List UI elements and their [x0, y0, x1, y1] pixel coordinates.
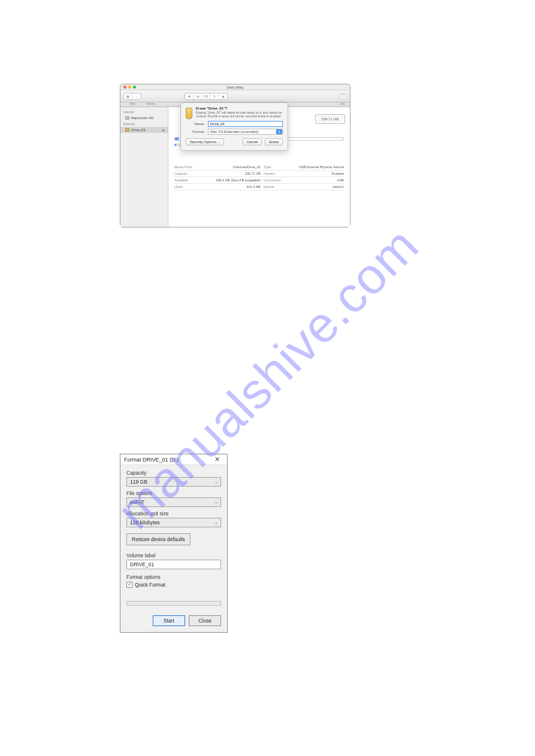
toolbar-label-view: View	[123, 102, 141, 105]
allocation-dropdown[interactable]: 128 kilobytes ⌄	[126, 518, 221, 527]
sidebar-internal-header: Internal	[120, 109, 168, 115]
partition-button[interactable]: ◔	[194, 93, 202, 99]
sidebar: Internal Macintosh HD External Drive_01 …	[120, 107, 168, 227]
window-title: Disk Utility	[120, 86, 350, 89]
erase-sheet-dialog: Erase "Drive_01"? Erasing "Drive_01" wil…	[180, 102, 288, 151]
win-dialog-title: Format DRIVE_01 (D:)	[124, 457, 179, 463]
mac-titlebar: Disk Utility	[120, 84, 350, 90]
win-titlebar: Format DRIVE_01 (D:) ✕	[120, 454, 227, 465]
toolbar-label-volume: Volume	[141, 102, 159, 105]
unmount-button[interactable]: ⏏	[219, 93, 227, 99]
name-label: Name:	[186, 122, 205, 126]
type-value: USB External Physical Volume	[294, 165, 344, 169]
device-label: Device:	[264, 185, 294, 189]
name-input[interactable]	[208, 121, 283, 127]
volume-label-input[interactable]: DRIVE_01	[126, 560, 221, 569]
connection-label: Connection:	[264, 178, 294, 182]
owners-value: Enabled	[294, 172, 344, 175]
chevron-updown-icon: ⇅	[276, 129, 282, 134]
volume-info-table: Mount Point: /Volumes/Drive_01 Type: USB…	[174, 164, 344, 190]
format-label: Format:	[186, 130, 205, 133]
filesystem-dropdown-value: exFAT	[130, 499, 144, 505]
start-button[interactable]: Start	[153, 615, 185, 626]
sidebar-item-macintosh-hd[interactable]: Macintosh HD	[120, 115, 168, 121]
capacity-label: Capacity:	[126, 470, 221, 476]
toolbar-label-info: Info	[338, 102, 347, 105]
windows-format-dialog: Format DRIVE_01 (D:) ✕ Capacity: 119 GB …	[120, 454, 228, 633]
quick-format-label: Quick Format	[135, 582, 165, 588]
device-value: disk2s1	[294, 185, 344, 189]
format-options-label: Format options	[126, 574, 221, 580]
chevron-down-icon: ⌄	[214, 479, 218, 484]
info-button[interactable]: ⓘ	[340, 93, 347, 99]
format-select-value: Mac OS Extended (Journaled)	[210, 130, 259, 133]
erase-button[interactable]: ⌫	[202, 93, 210, 99]
allocation-dropdown-value: 128 kilobytes	[130, 520, 160, 526]
security-options-button[interactable]: Security Options…	[186, 138, 224, 145]
capacity-dropdown[interactable]: 119 GB ⌄	[126, 477, 221, 487]
volume-label-label: Volume label	[126, 552, 221, 558]
sidebar-item-drive01[interactable]: Drive_01 ⏏	[120, 127, 168, 133]
type-label: Type:	[264, 165, 294, 169]
action-segment: ✚ ◔ ⌫ ↻ ⏏	[185, 93, 228, 100]
capacity-value: 239.71 GB	[210, 172, 264, 175]
erase-confirm-button[interactable]: Erase	[265, 138, 283, 145]
external-disk-icon	[125, 128, 129, 132]
view-icon[interactable]: ▦	[124, 93, 132, 99]
sheet-title: Erase "Drive_01"?	[196, 107, 283, 110]
format-progress-bar	[126, 601, 221, 606]
format-select[interactable]: Mac OS Extended (Journaled) ⇅	[208, 129, 283, 135]
sidebar-item-label: Drive_01	[131, 128, 146, 132]
close-icon[interactable]: ✕	[211, 456, 223, 463]
capacity-dropdown-value: 119 GB	[130, 479, 147, 485]
sheet-description: Erasing "Drive_01" will delete all data …	[196, 111, 283, 118]
view-segment[interactable]: ▦ ⌄	[123, 93, 141, 100]
view-dropdown-icon[interactable]: ⌄	[132, 93, 141, 99]
available-label: Available:	[174, 178, 210, 182]
mac-toolbar: ▦ ⌄ ✚ ◔ ⌫ ↻ ⏏ ⓘ	[120, 90, 350, 102]
sidebar-item-label: Macintosh HD	[131, 116, 154, 120]
chevron-down-icon: ⌄	[214, 520, 218, 525]
drive-icon	[186, 108, 192, 119]
restore-defaults-button[interactable]: Restore device defaults	[126, 533, 191, 545]
volume-label-value: DRIVE_01	[130, 561, 154, 567]
eject-icon[interactable]: ⏏	[162, 128, 165, 132]
internal-disk-icon	[125, 116, 129, 120]
sidebar-external-header: External	[120, 121, 168, 127]
filesystem-label: File system	[126, 490, 221, 496]
close-button[interactable]: Close	[189, 615, 221, 626]
disk-utility-window: Disk Utility ▦ ⌄ ✚ ◔ ⌫ ↻ ⏏ ⓘ View Volume…	[120, 84, 350, 227]
used-value: 312.3 MB	[210, 185, 264, 189]
mount-point-label: Mount Point:	[174, 165, 210, 169]
capacity-label: Capacity:	[174, 172, 210, 175]
quick-format-checkbox[interactable]: ✓	[126, 582, 132, 588]
capacity-badge: 239.71 GB	[315, 114, 345, 124]
restore-button[interactable]: ↻	[210, 93, 219, 99]
connection-value: USB	[294, 178, 344, 182]
mount-point-value: /Volumes/Drive_01	[210, 165, 264, 169]
used-label: Used:	[174, 185, 210, 189]
chevron-down-icon: ⌄	[214, 500, 218, 505]
owners-label: Owners:	[264, 172, 294, 175]
filesystem-dropdown[interactable]: exFAT ⌄	[126, 497, 221, 507]
available-value: 239.4 GB (Zero KB purgeable)	[210, 178, 264, 182]
allocation-label: Allocation unit size	[126, 511, 221, 517]
first-aid-button[interactable]: ✚	[185, 93, 194, 99]
cancel-button[interactable]: Cancel	[243, 138, 262, 145]
